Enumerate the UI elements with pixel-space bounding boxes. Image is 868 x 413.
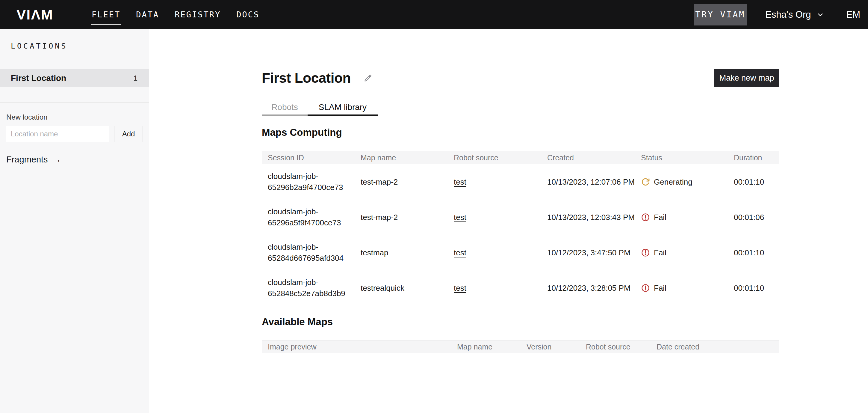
fragments-label: Fragments — [6, 155, 48, 165]
table-row: cloudslam-job-65296a5f9f4700ce73test-map… — [262, 200, 779, 235]
maps-computing-heading: Maps Computing — [262, 127, 779, 138]
nav-item-registry[interactable]: REGISTRY — [174, 8, 221, 21]
status-cell: Fail — [635, 200, 728, 235]
viam-logo[interactable]: VIΛM — [17, 6, 53, 23]
column-header: Session ID — [262, 153, 355, 162]
column-header: Date created — [651, 343, 779, 351]
main-panel: First Location Make new map Robots SLAM … — [150, 29, 868, 413]
created-cell: 10/12/2023, 3:47:50 PM — [541, 235, 635, 270]
session-id-cell: cloudslam-job-652848c52e7ab8d3b9 — [262, 270, 355, 306]
nav-right: TRY VIAM Esha's Org EM — [694, 4, 860, 26]
map-name-cell: testmap — [355, 235, 448, 270]
new-location-label: New location — [6, 113, 149, 121]
column-header: Image preview — [262, 343, 452, 351]
sidebar-divider — [0, 102, 149, 103]
robot-source-cell: test — [448, 270, 541, 306]
page-header: First Location Make new map — [262, 69, 779, 87]
robot-source-link[interactable]: test — [454, 212, 466, 223]
nav-item-docs[interactable]: DOCS — [236, 8, 260, 21]
org-switcher[interactable]: Esha's Org — [765, 9, 824, 20]
location-name-input[interactable] — [6, 126, 109, 142]
table-row: cloudslam-job-652848c52e7ab8d3b9testreal… — [262, 270, 779, 306]
available-maps-body — [262, 353, 779, 410]
fail-icon — [641, 284, 650, 293]
created-cell: 10/12/2023, 3:28:05 PM — [541, 270, 635, 306]
available-maps-table: Image previewMap nameVersionRobot source… — [262, 341, 779, 410]
robot-source-link[interactable]: test — [454, 177, 466, 187]
available-maps-header-row: Image previewMap nameVersionRobot source… — [262, 341, 779, 353]
session-id-cell: cloudslam-job-65296b2a9f4700ce73 — [262, 164, 355, 200]
duration-cell: 00:01:10 — [728, 270, 779, 306]
column-header: Map name — [355, 153, 448, 162]
status-cell: Generating — [635, 164, 728, 200]
primary-nav: FLEET DATA REGISTRY DOCS — [91, 8, 260, 21]
fail-icon — [641, 213, 650, 222]
add-location-button[interactable]: Add — [114, 126, 143, 142]
new-location-form: Add — [6, 126, 143, 142]
robot-source-link[interactable]: test — [454, 283, 466, 294]
arrow-right-icon: → — [53, 155, 61, 165]
status-label: Fail — [654, 212, 666, 223]
available-maps-heading: Available Maps — [262, 316, 779, 328]
column-header: Version — [521, 343, 580, 351]
duration-cell: 00:01:06 — [728, 200, 779, 235]
nav-divider — [71, 8, 71, 21]
pencil-icon — [363, 73, 373, 83]
created-cell: 10/13/2023, 12:03:43 PM — [541, 200, 635, 235]
status-cell: Fail — [635, 235, 728, 270]
locations-sidebar: LOCATIONS First Location 1 New location … — [0, 29, 149, 413]
top-nav: VIΛM FLEET DATA REGISTRY DOCS TRY VIAM E… — [0, 0, 868, 29]
edit-location-name-button[interactable] — [363, 73, 373, 83]
generating-icon — [641, 177, 650, 186]
column-header: Map name — [452, 343, 521, 351]
status-label: Fail — [654, 283, 666, 294]
robot-source-link[interactable]: test — [454, 247, 466, 258]
status-cell: Fail — [635, 270, 728, 306]
table-row: cloudslam-job-65296b2a9f4700ce73test-map… — [262, 164, 779, 200]
nav-item-data[interactable]: DATA — [135, 8, 160, 21]
map-name-cell: test-map-2 — [355, 200, 448, 235]
sidebar-item-first-location[interactable]: First Location 1 — [0, 69, 149, 87]
robot-source-cell: test — [448, 235, 541, 270]
locations-section-label: LOCATIONS — [11, 42, 149, 50]
maps-computing-header-row: Session IDMap nameRobot sourceCreatedSta… — [262, 151, 779, 164]
column-header: Created — [541, 153, 635, 162]
robot-source-cell: test — [448, 200, 541, 235]
location-count-badge: 1 — [133, 74, 137, 82]
column-header: Status — [635, 153, 728, 162]
avatar[interactable]: EM — [846, 9, 861, 20]
maps-computing-body: cloudslam-job-65296b2a9f4700ce73test-map… — [262, 164, 779, 306]
status-label: Generating — [654, 177, 692, 187]
column-header: Duration — [728, 153, 779, 162]
tab-slam-library[interactable]: SLAM library — [308, 100, 378, 116]
map-name-cell: testrealquick — [355, 270, 448, 306]
column-header: Robot source — [448, 153, 541, 162]
fail-icon — [641, 248, 650, 257]
column-header: Robot source — [580, 343, 651, 351]
robot-source-cell: test — [448, 164, 541, 200]
nav-item-fleet[interactable]: FLEET — [91, 8, 121, 21]
created-cell: 10/13/2023, 12:07:06 PM — [541, 164, 635, 200]
status-label: Fail — [654, 247, 666, 258]
try-viam-button[interactable]: TRY VIAM — [694, 4, 747, 26]
make-new-map-button[interactable]: Make new map — [714, 69, 779, 87]
page-title: First Location — [262, 70, 351, 86]
chevron-down-icon — [816, 11, 824, 19]
maps-computing-table: Session IDMap nameRobot sourceCreatedSta… — [262, 151, 779, 306]
map-name-cell: test-map-2 — [355, 164, 448, 200]
org-name: Esha's Org — [765, 9, 811, 20]
location-name: First Location — [11, 73, 66, 83]
tab-robots[interactable]: Robots — [262, 100, 308, 116]
session-id-cell: cloudslam-job-65284d667695afd304 — [262, 235, 355, 270]
table-row: cloudslam-job-65284d667695afd304testmapt… — [262, 235, 779, 270]
session-id-cell: cloudslam-job-65296a5f9f4700ce73 — [262, 200, 355, 235]
duration-cell: 00:01:10 — [728, 235, 779, 270]
duration-cell: 00:01:10 — [728, 164, 779, 200]
fragments-link[interactable]: Fragments → — [6, 155, 61, 165]
location-tabs: Robots SLAM library — [262, 100, 779, 116]
